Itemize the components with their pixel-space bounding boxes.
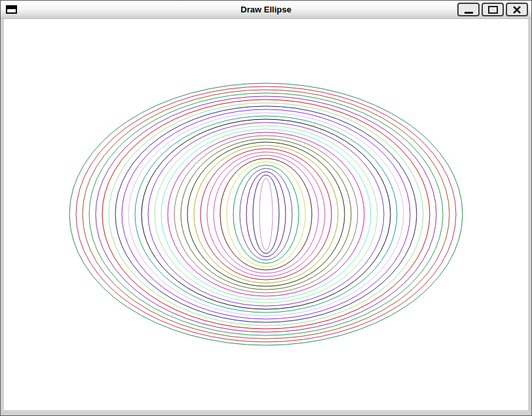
ellipse [246, 172, 286, 257]
ellipse [259, 178, 273, 250]
window-menu-icon[interactable] [6, 5, 17, 14]
ellipse [227, 162, 305, 267]
titlebar-buttons [457, 3, 528, 16]
window-title: Draw Ellipse [1, 5, 531, 14]
ellipse [142, 119, 390, 309]
ellipse [187, 142, 345, 286]
ellipse [128, 113, 404, 316]
ellipse [194, 145, 338, 283]
ellipse [148, 123, 384, 306]
drawing-canvas [4, 19, 528, 410]
maximize-button[interactable] [482, 3, 504, 16]
ellipse [161, 129, 371, 299]
ellipse [83, 90, 449, 339]
close-icon [512, 5, 522, 14]
minimize-icon [465, 6, 473, 14]
ellipse [102, 100, 430, 329]
ellipse [240, 168, 292, 260]
close-button[interactable] [506, 3, 528, 16]
ellipse [174, 136, 358, 293]
ellipses-drawing [4, 19, 528, 410]
ellipse [207, 152, 325, 276]
minimize-button[interactable] [457, 3, 480, 16]
app-window: Draw Ellipse [0, 0, 532, 416]
ellipse [253, 175, 279, 254]
ellipse [96, 96, 436, 332]
titlebar: Draw Ellipse [1, 1, 531, 19]
ellipse [233, 165, 299, 263]
ellipse [168, 132, 364, 296]
ellipse [109, 103, 423, 326]
ellipse [122, 109, 410, 319]
ellipse [214, 155, 318, 273]
ellipse [76, 86, 456, 342]
maximize-icon [488, 6, 498, 14]
